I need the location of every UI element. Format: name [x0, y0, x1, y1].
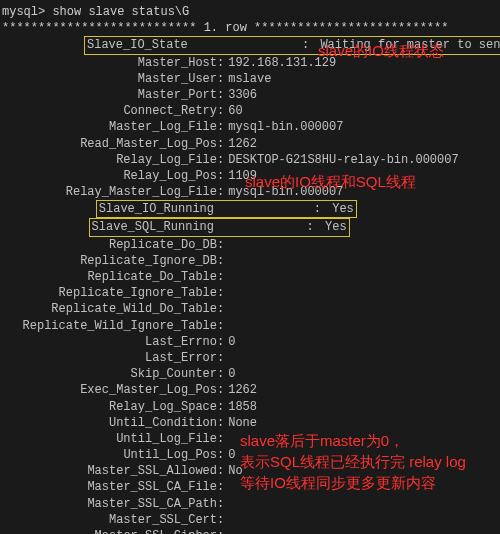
annotation-running-threads: slave的IO线程和SQL线程: [245, 171, 416, 192]
status-row: Connect_Retry:60: [2, 103, 500, 119]
status-row: Replicate_Do_DB:: [2, 237, 500, 253]
status-value: [224, 302, 228, 316]
status-key: Replicate_Ignore_DB: [2, 253, 217, 269]
status-row: Relay_Log_Space:1858: [2, 399, 500, 415]
status-row: Slave_IO_Running: Yes: [2, 200, 500, 218]
highlight-box: Slave_IO_Running: Yes: [96, 200, 357, 218]
status-value: mysql-bin.000007: [224, 120, 343, 134]
status-key: Master_Port: [2, 87, 217, 103]
status-row: Relay_Log_File:DESKTOP-G21S8HU-relay-bin…: [2, 152, 500, 168]
status-value: [224, 319, 228, 333]
status-value: [224, 270, 228, 284]
status-row: Master_Log_File:mysql-bin.000007: [2, 119, 500, 135]
status-value: 60: [224, 104, 242, 118]
status-row: Replicate_Ignore_Table:: [2, 285, 500, 301]
status-key: Replicate_Do_Table: [2, 269, 217, 285]
status-value: DESKTOP-G21S8HU-relay-bin.000007: [224, 153, 458, 167]
status-value: 0: [224, 448, 235, 462]
status-row: Master_Port:3306: [2, 87, 500, 103]
status-value: None: [224, 416, 257, 430]
mysql-prompt: mysql> show slave status\G: [2, 4, 500, 20]
row-header: *************************** 1. row *****…: [2, 20, 500, 36]
status-value: [224, 529, 228, 534]
status-value: Yes: [321, 202, 354, 216]
status-key: Master_SSL_Allowed: [2, 463, 217, 479]
highlight-box: Slave_SQL_Running: Yes: [89, 218, 350, 236]
status-row: Replicate_Ignore_DB:: [2, 253, 500, 269]
status-value: 1262: [224, 383, 257, 397]
status-row: Master_SSL_CA_Path:: [2, 496, 500, 512]
status-value: 0: [224, 367, 235, 381]
colon: :: [314, 202, 321, 216]
status-key: Until_Log_Pos: [2, 447, 217, 463]
status-row: Last_Error:: [2, 350, 500, 366]
status-key: Slave_IO_Running: [99, 201, 314, 217]
status-row: Read_Master_Log_Pos:1262: [2, 136, 500, 152]
status-key: Read_Master_Log_Pos: [2, 136, 217, 152]
status-key: Until_Condition: [2, 415, 217, 431]
status-value: [224, 432, 228, 446]
status-key: Replicate_Wild_Do_Table: [2, 301, 217, 317]
status-key: Until_Log_File: [2, 431, 217, 447]
status-key: Relay_Log_File: [2, 152, 217, 168]
status-key: Slave_IO_State: [87, 37, 302, 53]
status-key: Replicate_Do_DB: [2, 237, 217, 253]
status-row: Last_Errno:0: [2, 334, 500, 350]
status-key: Relay_Log_Pos: [2, 168, 217, 184]
status-row: Slave_SQL_Running: Yes: [2, 218, 500, 236]
status-value: Yes: [314, 220, 347, 234]
status-row: Replicate_Do_Table:: [2, 269, 500, 285]
status-value: 1262: [224, 137, 257, 151]
status-key: Master_SSL_CA_Path: [2, 496, 217, 512]
status-key: Slave_SQL_Running: [92, 219, 307, 235]
status-key: Skip_Counter: [2, 366, 217, 382]
status-row: Exec_Master_Log_Pos:1262: [2, 382, 500, 398]
status-key: Master_SSL_Cipher: [2, 528, 217, 534]
status-row: Until_Condition:None: [2, 415, 500, 431]
status-key: Replicate_Wild_Ignore_Table: [2, 318, 217, 334]
status-row: Skip_Counter:0: [2, 366, 500, 382]
status-key: Master_Host: [2, 55, 217, 71]
annotation-seconds-behind: slave落后于master为0，表示SQL线程已经执行完 relay log等…: [240, 430, 500, 493]
status-key: Master_SSL_Cert: [2, 512, 217, 528]
status-key: Replicate_Ignore_Table: [2, 285, 217, 301]
status-value: 1858: [224, 400, 257, 414]
status-key: Last_Errno: [2, 334, 217, 350]
status-value: [224, 254, 228, 268]
status-row: Replicate_Wild_Ignore_Table:: [2, 318, 500, 334]
status-value: 3306: [224, 88, 257, 102]
status-key: Connect_Retry: [2, 103, 217, 119]
status-value: [224, 351, 228, 365]
status-value: [224, 238, 228, 252]
status-value: 0: [224, 335, 235, 349]
status-row: Replicate_Wild_Do_Table:: [2, 301, 500, 317]
status-value: [224, 497, 228, 511]
status-value: [224, 513, 228, 527]
status-key: Master_User: [2, 71, 217, 87]
annotation-io-state: slave的IO线程状态: [318, 40, 444, 61]
status-value: mslave: [224, 72, 271, 86]
status-key: Relay_Log_Space: [2, 399, 217, 415]
status-value: [224, 480, 228, 494]
status-value: [224, 286, 228, 300]
colon: :: [307, 220, 314, 234]
status-key: Relay_Master_Log_File: [2, 184, 217, 200]
status-key: Exec_Master_Log_Pos: [2, 382, 217, 398]
status-row: Master_User:mslave: [2, 71, 500, 87]
status-key: Last_Error: [2, 350, 217, 366]
status-key: Master_Log_File: [2, 119, 217, 135]
status-row: Master_SSL_Cipher:: [2, 528, 500, 534]
status-key: Master_SSL_CA_File: [2, 479, 217, 495]
status-row: Master_SSL_Cert:: [2, 512, 500, 528]
